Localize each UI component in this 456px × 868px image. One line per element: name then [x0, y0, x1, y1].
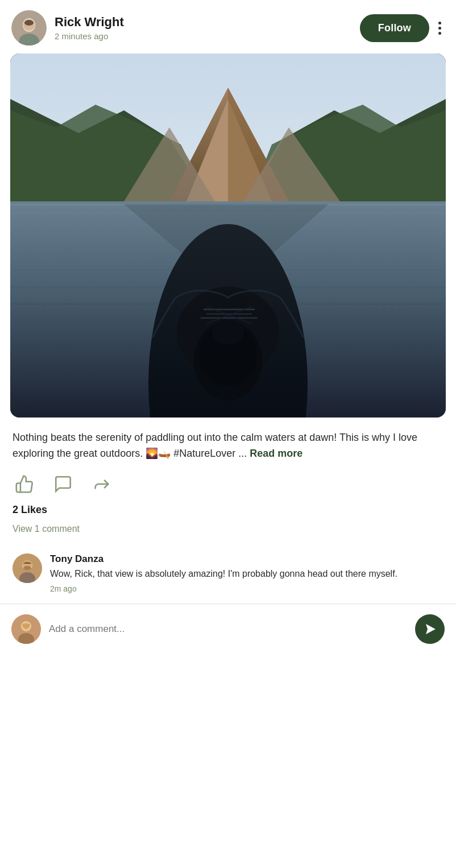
thumbs-up-icon — [15, 474, 34, 494]
author-avatar[interactable] — [11, 10, 47, 46]
user-info: Rick Wright 2 minutes ago — [55, 15, 352, 40]
read-more-link[interactable]: Read more — [250, 448, 302, 459]
svg-point-4 — [24, 20, 34, 26]
comment-time: 2m ago — [50, 584, 443, 593]
comment-icon — [53, 474, 73, 494]
comment-author-avatar — [13, 553, 42, 583]
comment-body: Tony Danza Wow, Rick, that view is absol… — [50, 553, 443, 593]
view-comments-link[interactable]: View 1 comment — [0, 522, 456, 543]
more-vertical-icon — [438, 22, 441, 35]
comment-button[interactable] — [51, 472, 75, 496]
post-caption: Nothing beats the serenity of paddling o… — [0, 418, 456, 462]
svg-point-36 — [212, 320, 244, 345]
likes-count: 2 Likes — [0, 502, 456, 522]
svg-point-41 — [23, 566, 31, 571]
comment-item: Tony Danza Wow, Rick, that view is absol… — [0, 543, 456, 601]
caption-text: Nothing beats the serenity of paddling o… — [13, 432, 417, 459]
more-options-button[interactable] — [435, 18, 445, 38]
post-image-container — [10, 53, 446, 418]
share-button[interactable] — [90, 472, 114, 496]
like-button[interactable] — [13, 472, 36, 496]
send-comment-button[interactable] — [415, 614, 445, 644]
bottom-divider — [0, 604, 456, 604]
comment-text: Wow, Rick, that view is absolutely amazi… — [50, 567, 443, 581]
comment-author-name: Tony Danza — [50, 553, 443, 565]
post-time: 2 minutes ago — [55, 31, 352, 41]
follow-button[interactable]: Follow — [360, 14, 429, 42]
share-icon — [92, 474, 111, 494]
current-user-avatar — [11, 614, 41, 644]
user-name: Rick Wright — [55, 15, 352, 30]
post-header: Rick Wright 2 minutes ago Follow — [0, 0, 456, 53]
send-icon — [423, 622, 437, 636]
comment-input[interactable] — [49, 623, 407, 635]
header-actions: Follow — [360, 14, 445, 42]
post-image — [10, 53, 446, 418]
svg-marker-46 — [426, 624, 436, 634]
add-comment-bar — [0, 606, 456, 652]
action-bar — [0, 462, 456, 502]
